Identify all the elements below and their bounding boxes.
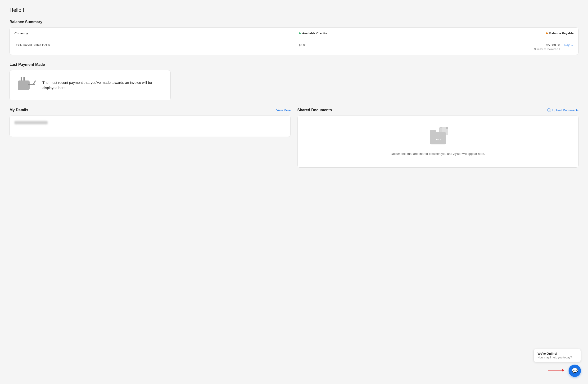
upload-documents-link[interactable]: i Upload Documents: [547, 108, 579, 112]
balance-table: Currency Available Credits Balance Payab…: [10, 28, 578, 55]
chat-icon: 💬: [572, 368, 578, 374]
docs-folder-icon: DOCS: [427, 127, 449, 146]
col-header-payable: Balance Payable: [436, 28, 578, 39]
balance-summary-title: Balance Summary: [9, 20, 579, 24]
payable-cell: $5,000.00 Number of Invoices : 1 Pay →: [436, 39, 578, 55]
shared-docs-title: Shared Documents: [297, 108, 332, 112]
view-more-link[interactable]: View More: [276, 108, 291, 112]
docs-header: Shared Documents i Upload Documents: [297, 108, 579, 112]
docs-empty-text: Documents that are shared between you an…: [391, 152, 485, 157]
online-title: We're Online!: [538, 352, 577, 355]
shared-documents-section: Shared Documents i Upload Documents DOCS…: [297, 108, 579, 168]
pay-link[interactable]: Pay →: [564, 43, 574, 47]
my-details-title: My Details: [9, 108, 28, 112]
credits-dot: [299, 32, 301, 34]
blurred-details: [14, 121, 48, 124]
info-circle-icon: i: [547, 108, 551, 112]
chat-button[interactable]: 💬: [568, 364, 581, 377]
last-payment-card: The most recent payment that you've made…: [9, 70, 170, 100]
last-payment-text: The most recent payment that you've made…: [42, 80, 165, 91]
online-bubble: We're Online! How may I help you today?: [533, 349, 581, 362]
my-details-section: My Details View More: [9, 108, 291, 168]
currency-cell: USD- United States Dollar: [10, 39, 294, 55]
payment-icon: [15, 77, 37, 94]
bottom-grid: My Details View More Shared Documents i …: [9, 108, 579, 168]
col-header-credits: Available Credits: [294, 28, 436, 39]
plug-illustration: [15, 77, 37, 94]
greeting: Hello !: [9, 7, 579, 13]
table-row: USD- United States Dollar $0.00 $5,000.0…: [10, 39, 578, 55]
credits-cell: $0.00: [294, 39, 436, 55]
chat-widget: We're Online! How may I help you today? …: [533, 349, 581, 377]
details-card: [9, 116, 291, 137]
balance-card: Currency Available Credits Balance Payab…: [9, 27, 579, 55]
last-payment-title: Last Payment Made: [9, 62, 579, 67]
payable-dot: [546, 32, 548, 34]
page-wrapper: Hello ! Balance Summary Currency Availab…: [0, 0, 588, 384]
docs-card: DOCS Documents that are shared between y…: [297, 116, 579, 168]
details-header: My Details View More: [9, 108, 291, 112]
col-header-currency: Currency: [10, 28, 294, 39]
online-subtitle: How may I help you today?: [538, 356, 577, 359]
